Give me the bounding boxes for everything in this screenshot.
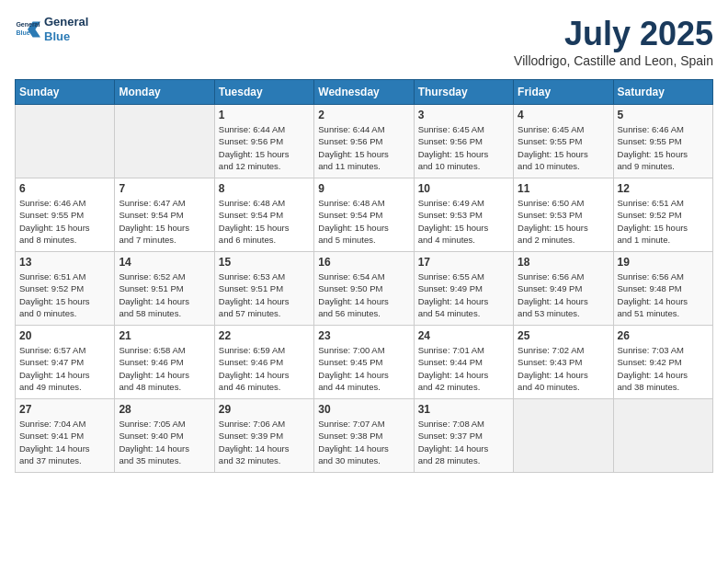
calendar-cell: 26Sunrise: 7:03 AM Sunset: 9:42 PM Dayli… <box>613 326 712 399</box>
day-info: Sunrise: 6:53 AM Sunset: 9:51 PM Dayligh… <box>219 270 310 319</box>
day-number: 2 <box>318 109 409 121</box>
day-number: 5 <box>618 109 709 121</box>
day-number: 11 <box>518 182 609 195</box>
day-info: Sunrise: 7:00 AM Sunset: 9:45 PM Dayligh… <box>318 344 409 393</box>
day-info: Sunrise: 6:51 AM Sunset: 9:52 PM Dayligh… <box>618 197 709 246</box>
day-info: Sunrise: 6:44 AM Sunset: 9:56 PM Dayligh… <box>219 123 310 172</box>
header: General Blue General Blue July 2025 Vill… <box>15 15 713 68</box>
calendar-cell <box>16 105 115 178</box>
day-number: 16 <box>318 256 409 269</box>
day-number: 28 <box>119 403 210 416</box>
calendar-cell: 25Sunrise: 7:02 AM Sunset: 9:43 PM Dayli… <box>514 326 613 399</box>
day-number: 23 <box>318 329 409 342</box>
day-number: 25 <box>518 329 609 342</box>
day-info: Sunrise: 6:45 AM Sunset: 9:56 PM Dayligh… <box>418 123 509 172</box>
day-info: Sunrise: 6:59 AM Sunset: 9:46 PM Dayligh… <box>219 344 310 393</box>
logo: General Blue General Blue <box>15 15 88 43</box>
day-info: Sunrise: 7:03 AM Sunset: 9:42 PM Dayligh… <box>618 344 709 393</box>
day-number: 7 <box>119 182 210 195</box>
calendar-cell: 1Sunrise: 6:44 AM Sunset: 9:56 PM Daylig… <box>214 105 313 178</box>
calendar-cell: 17Sunrise: 6:55 AM Sunset: 9:49 PM Dayli… <box>414 252 513 326</box>
logo-icon: General Blue <box>15 17 40 42</box>
day-info: Sunrise: 6:47 AM Sunset: 9:54 PM Dayligh… <box>119 197 210 246</box>
calendar-cell: 23Sunrise: 7:00 AM Sunset: 9:45 PM Dayli… <box>314 326 414 399</box>
calendar-cell: 28Sunrise: 7:05 AM Sunset: 9:40 PM Dayli… <box>115 399 214 473</box>
week-row-2: 6Sunrise: 6:46 AM Sunset: 9:55 PM Daylig… <box>16 178 713 252</box>
day-number: 10 <box>418 182 509 195</box>
calendar-table: SundayMondayTuesdayWednesdayThursdayFrid… <box>15 79 713 473</box>
calendar-cell: 21Sunrise: 6:58 AM Sunset: 9:46 PM Dayli… <box>115 326 214 399</box>
day-number: 8 <box>219 182 310 195</box>
weekday-header-sunday: Sunday <box>16 80 115 105</box>
day-info: Sunrise: 6:49 AM Sunset: 9:53 PM Dayligh… <box>418 197 509 246</box>
day-number: 30 <box>318 403 409 416</box>
day-info: Sunrise: 6:46 AM Sunset: 9:55 PM Dayligh… <box>19 197 110 246</box>
day-info: Sunrise: 7:02 AM Sunset: 9:43 PM Dayligh… <box>518 344 609 393</box>
day-number: 17 <box>418 256 509 269</box>
calendar-cell: 10Sunrise: 6:49 AM Sunset: 9:53 PM Dayli… <box>414 178 513 252</box>
calendar-cell: 6Sunrise: 6:46 AM Sunset: 9:55 PM Daylig… <box>16 178 115 252</box>
calendar-cell: 3Sunrise: 6:45 AM Sunset: 9:56 PM Daylig… <box>414 105 513 178</box>
day-number: 1 <box>219 109 310 121</box>
weekday-header-thursday: Thursday <box>414 80 513 105</box>
day-number: 29 <box>219 403 310 416</box>
weekday-header-friday: Friday <box>514 80 613 105</box>
day-info: Sunrise: 7:04 AM Sunset: 9:41 PM Dayligh… <box>19 418 110 466</box>
calendar-cell: 2Sunrise: 6:44 AM Sunset: 9:56 PM Daylig… <box>314 105 414 178</box>
day-number: 21 <box>119 329 210 342</box>
day-info: Sunrise: 7:05 AM Sunset: 9:40 PM Dayligh… <box>119 418 210 466</box>
calendar-cell: 20Sunrise: 6:57 AM Sunset: 9:47 PM Dayli… <box>16 326 115 399</box>
day-number: 22 <box>219 329 310 342</box>
logo-blue: Blue <box>44 29 88 44</box>
day-number: 12 <box>618 182 709 195</box>
day-info: Sunrise: 6:58 AM Sunset: 9:46 PM Dayligh… <box>119 344 210 393</box>
calendar-cell: 5Sunrise: 6:46 AM Sunset: 9:55 PM Daylig… <box>613 105 712 178</box>
calendar-cell: 12Sunrise: 6:51 AM Sunset: 9:52 PM Dayli… <box>613 178 712 252</box>
day-number: 14 <box>119 256 210 269</box>
month-title: July 2025 <box>514 15 713 53</box>
week-row-5: 27Sunrise: 7:04 AM Sunset: 9:41 PM Dayli… <box>16 399 713 473</box>
calendar-cell: 19Sunrise: 6:56 AM Sunset: 9:48 PM Dayli… <box>613 252 712 326</box>
calendar-cell: 29Sunrise: 7:06 AM Sunset: 9:39 PM Dayli… <box>214 399 313 473</box>
calendar-cell <box>115 105 214 178</box>
day-info: Sunrise: 6:55 AM Sunset: 9:49 PM Dayligh… <box>418 270 509 319</box>
day-info: Sunrise: 6:51 AM Sunset: 9:52 PM Dayligh… <box>19 270 110 319</box>
calendar-cell <box>514 399 613 473</box>
day-info: Sunrise: 7:06 AM Sunset: 9:39 PM Dayligh… <box>219 418 310 466</box>
calendar-cell: 22Sunrise: 6:59 AM Sunset: 9:46 PM Dayli… <box>214 326 313 399</box>
day-number: 15 <box>219 256 310 269</box>
day-number: 6 <box>19 182 110 195</box>
calendar-cell: 30Sunrise: 7:07 AM Sunset: 9:38 PM Dayli… <box>314 399 414 473</box>
day-number: 9 <box>318 182 409 195</box>
week-row-4: 20Sunrise: 6:57 AM Sunset: 9:47 PM Dayli… <box>16 326 713 399</box>
calendar-cell: 7Sunrise: 6:47 AM Sunset: 9:54 PM Daylig… <box>115 178 214 252</box>
calendar-cell: 14Sunrise: 6:52 AM Sunset: 9:51 PM Dayli… <box>115 252 214 326</box>
title-area: July 2025 Villodrigo, Castille and Leon,… <box>514 15 713 68</box>
day-number: 4 <box>518 109 609 121</box>
day-info: Sunrise: 6:50 AM Sunset: 9:53 PM Dayligh… <box>518 197 609 246</box>
calendar-cell: 4Sunrise: 6:45 AM Sunset: 9:55 PM Daylig… <box>514 105 613 178</box>
day-info: Sunrise: 6:48 AM Sunset: 9:54 PM Dayligh… <box>219 197 310 246</box>
calendar-cell: 27Sunrise: 7:04 AM Sunset: 9:41 PM Dayli… <box>16 399 115 473</box>
day-number: 18 <box>518 256 609 269</box>
calendar-cell: 24Sunrise: 7:01 AM Sunset: 9:44 PM Dayli… <box>414 326 513 399</box>
calendar-cell: 8Sunrise: 6:48 AM Sunset: 9:54 PM Daylig… <box>214 178 313 252</box>
weekday-header-row: SundayMondayTuesdayWednesdayThursdayFrid… <box>16 80 713 105</box>
calendar-cell: 9Sunrise: 6:48 AM Sunset: 9:54 PM Daylig… <box>314 178 414 252</box>
day-info: Sunrise: 6:56 AM Sunset: 9:49 PM Dayligh… <box>518 270 609 319</box>
day-info: Sunrise: 7:08 AM Sunset: 9:37 PM Dayligh… <box>418 418 509 466</box>
weekday-header-wednesday: Wednesday <box>314 80 414 105</box>
day-number: 3 <box>418 109 509 121</box>
day-info: Sunrise: 6:57 AM Sunset: 9:47 PM Dayligh… <box>19 344 110 393</box>
week-row-3: 13Sunrise: 6:51 AM Sunset: 9:52 PM Dayli… <box>16 252 713 326</box>
svg-text:Blue: Blue <box>16 29 29 35</box>
day-number: 13 <box>19 256 110 269</box>
day-number: 19 <box>618 256 709 269</box>
day-info: Sunrise: 6:54 AM Sunset: 9:50 PM Dayligh… <box>318 270 409 319</box>
logo-general: General <box>44 15 88 29</box>
day-info: Sunrise: 6:52 AM Sunset: 9:51 PM Dayligh… <box>119 270 210 319</box>
calendar-cell: 31Sunrise: 7:08 AM Sunset: 9:37 PM Dayli… <box>414 399 513 473</box>
day-number: 26 <box>618 329 709 342</box>
svg-text:General: General <box>16 21 40 28</box>
calendar-cell: 16Sunrise: 6:54 AM Sunset: 9:50 PM Dayli… <box>314 252 414 326</box>
